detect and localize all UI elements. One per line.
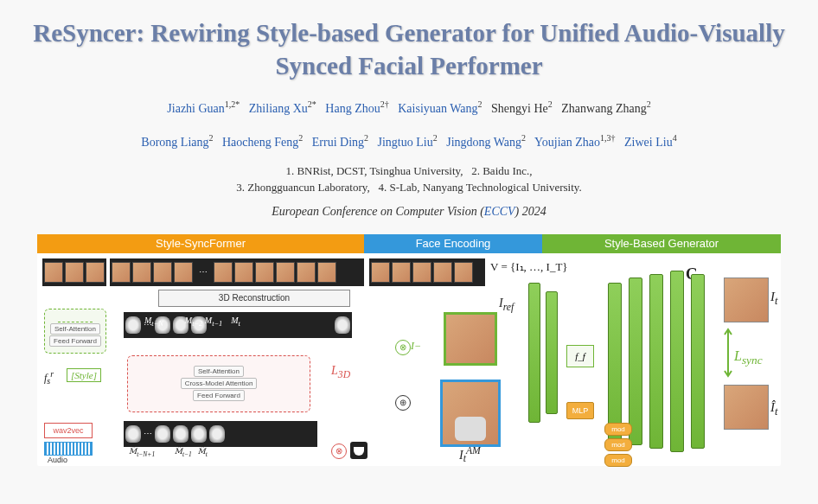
author-jiazhi-guan[interactable]: Jiazhi Guan bbox=[167, 102, 224, 115]
author-affil-sup: 2 bbox=[548, 99, 553, 109]
output-It bbox=[724, 278, 769, 322]
maskstrip-Mhat: ⋯ bbox=[124, 421, 317, 447]
fs-label: fsr bbox=[44, 369, 54, 386]
xI-label: I− bbox=[411, 340, 421, 353]
output-Ihat bbox=[724, 385, 769, 430]
ItAM-label: ItAM bbox=[459, 445, 481, 464]
affil-2: 2. Baidu Inc., bbox=[471, 164, 532, 177]
paper-title: ReSyncer: Rewiring Style-based Generator… bbox=[26, 17, 792, 82]
affil-3: 3. Zhongguancun Laboratory, bbox=[236, 181, 369, 194]
feed-forward-2: Feed Forward bbox=[193, 390, 245, 401]
author-jingtuo-liu[interactable]: Jingtuo Liu bbox=[378, 135, 433, 148]
author-affil-sup: 2 bbox=[647, 99, 651, 109]
mlp-box: MLP bbox=[566, 402, 594, 419]
header-syncformer: Style-SyncFormer bbox=[37, 234, 364, 253]
Iref-label: Iref bbox=[499, 297, 514, 313]
attn-block-2: Self-Attention Cross-Model Attention Fee… bbox=[127, 355, 310, 412]
venue: European Conference on Computer Vision (… bbox=[26, 205, 792, 219]
header-generator: Style-Based Generator bbox=[542, 234, 781, 253]
L3D-label: L3D bbox=[331, 364, 350, 380]
author-affil-sup: 4 bbox=[673, 133, 677, 143]
author-affil-sup: 2† bbox=[380, 99, 389, 109]
style-box: [Style] bbox=[67, 368, 101, 382]
op-mul: ⊗ bbox=[331, 443, 347, 459]
V-label: V = {I₁, …, I_T} bbox=[490, 260, 568, 274]
Ihat-label: Ît bbox=[770, 400, 777, 418]
author-zhanwang-zhang: Zhanwang Zhang bbox=[561, 102, 646, 115]
box-3d-reconstruction: 3D Reconstruction bbox=[158, 290, 350, 307]
M-label: Mt−N Mt−2 Mt−1 Mt bbox=[144, 316, 240, 328]
affil-4: 4. S-Lab, Nanyang Technological Universi… bbox=[378, 181, 581, 194]
author-haocheng-feng[interactable]: Haocheng Feng bbox=[222, 135, 298, 148]
author-jingdong-wang[interactable]: Jingdong Wang bbox=[446, 135, 521, 148]
attn-block-1: Self-Attention Feed Forward bbox=[44, 309, 106, 354]
author-zhiliang-xu[interactable]: Zhiliang Xu bbox=[249, 102, 308, 115]
architecture-diagram: Style-SyncFormer Face Encoding Style-Bas… bbox=[37, 234, 781, 466]
author-affil-sup: 1,3† bbox=[600, 133, 616, 143]
header-face-encoding: Face Encoding bbox=[364, 234, 542, 253]
mask-small-icon bbox=[350, 442, 367, 459]
author-youjian-zhao[interactable]: Youjian Zhao bbox=[534, 135, 600, 148]
author-affil-sup: 2 bbox=[364, 133, 368, 143]
op-sum: ⊕ bbox=[395, 395, 411, 411]
ff-box: f_f bbox=[566, 345, 594, 367]
author-affil-sup: 2 bbox=[298, 133, 303, 143]
affiliations: 1. BNRist, DCST, Tsinghua University, 2.… bbox=[26, 163, 792, 196]
author-shengyi-he: Shengyi He bbox=[491, 102, 548, 115]
filmstrip-short bbox=[42, 258, 106, 286]
sync-arrow-icon bbox=[724, 328, 732, 378]
audio-waveform-icon bbox=[44, 442, 93, 456]
author-affil-sup: 2 bbox=[208, 133, 213, 143]
author-affil-sup: 1,2* bbox=[225, 99, 240, 109]
author-affil-sup: 2 bbox=[433, 133, 438, 143]
mod-2: mod bbox=[604, 438, 632, 451]
audio-label: Audio bbox=[48, 456, 67, 464]
author-ziwei-liu[interactable]: Ziwei Liu bbox=[624, 135, 673, 148]
filmstrip-long: ⋯ bbox=[110, 258, 364, 286]
author-borong-liang[interactable]: Borong Liang bbox=[141, 135, 208, 148]
affil-1: 1. BNRist, DCST, Tsinghua University, bbox=[285, 164, 463, 177]
cross-model-attention: Cross-Model Attention bbox=[181, 378, 258, 389]
Mhat-label: M̂t−N+1 M̂t−1 M̂t bbox=[129, 447, 208, 458]
I-AM-image bbox=[440, 380, 501, 447]
Lsync-label: Lsync bbox=[734, 348, 763, 367]
author-kaisiyuan-wang[interactable]: Kaisiyuan Wang bbox=[398, 102, 477, 115]
authors-line-2: Borong Liang2 Haocheng Feng2 Errui Ding2… bbox=[26, 130, 792, 154]
op-mask: ⊗ bbox=[395, 340, 411, 355]
paper-header: ReSyncer: Rewiring Style-based Generator… bbox=[0, 0, 818, 475]
filmstrip-V bbox=[369, 258, 485, 286]
venue-link[interactable]: ECCV bbox=[484, 205, 515, 218]
author-affil-sup: 2 bbox=[478, 99, 482, 109]
feed-forward-1: Feed Forward bbox=[49, 335, 101, 347]
venue-suffix: ) 2024 bbox=[515, 205, 546, 218]
wav2vec-box: wav2vec bbox=[44, 423, 93, 438]
author-affil-sup: 2 bbox=[521, 133, 526, 143]
mod-1: mod bbox=[604, 423, 632, 436]
self-attention-2: Self-Attention bbox=[194, 366, 244, 377]
authors-line-1: Jiazhi Guan1,2* Zhiliang Xu2* Hang Zhou2… bbox=[26, 96, 792, 120]
author-hang-zhou[interactable]: Hang Zhou bbox=[325, 102, 380, 115]
author-affil-sup: 2* bbox=[308, 99, 316, 109]
I-ref-image bbox=[444, 312, 497, 366]
It-label: It bbox=[770, 290, 777, 308]
venue-prefix: European Conference on Computer Vision ( bbox=[272, 205, 484, 218]
mod-3: mod bbox=[604, 454, 632, 467]
author-errui-ding[interactable]: Errui Ding bbox=[312, 135, 364, 148]
self-attention-1: Self-Attention bbox=[50, 323, 100, 335]
